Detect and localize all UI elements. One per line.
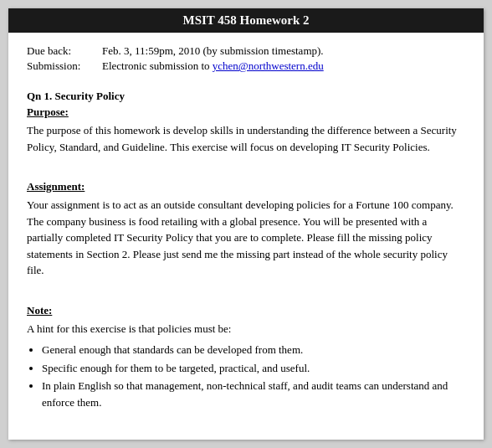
submission-value: Electronic submission to ychen@northwest… <box>102 59 465 73</box>
purpose-text: The purpose of this homework is develop … <box>27 122 465 155</box>
submission-label: Submission: <box>27 59 102 73</box>
meta-section: Due back: Feb. 3, 11:59pm, 2010 (by subm… <box>27 44 465 73</box>
assignment-text: Your assignment is to act as an outside … <box>27 197 465 279</box>
assignment-label: Assignment: <box>27 180 465 193</box>
due-back-value: Feb. 3, 11:59pm, 2010 (by submission tim… <box>102 44 465 58</box>
bullet-item-2: Specific enough for them to be targeted,… <box>42 360 465 377</box>
note-intro: A hint for this exercise is that policie… <box>27 321 465 337</box>
document-page: MSIT 458 Homework 2 Due back: Feb. 3, 11… <box>8 8 484 440</box>
bullet-item-3: In plain English so that management, non… <box>42 378 465 410</box>
note-label: Note: <box>27 304 465 317</box>
due-back-label: Due back: <box>27 44 102 58</box>
submission-text: Electronic submission to <box>102 59 213 72</box>
submission-row: Submission: Electronic submission to ych… <box>27 59 465 73</box>
purpose-section: Purpose: The purpose of this homework is… <box>27 106 465 155</box>
document-header: MSIT 458 Homework 2 <box>8 8 484 33</box>
note-bullet-list: General enough that standards can be dev… <box>42 342 465 410</box>
question-section: Qn 1. Security Policy Purpose: The purpo… <box>27 90 465 410</box>
submission-email-link[interactable]: ychen@northwestern.edu <box>213 59 324 72</box>
question-title: Qn 1. Security Policy <box>27 90 465 103</box>
document-title: MSIT 458 Homework 2 <box>183 13 310 27</box>
assignment-section: Assignment: Your assignment is to act as… <box>27 180 465 279</box>
note-section: Note: A hint for this exercise is that p… <box>27 304 465 411</box>
purpose-label: Purpose: <box>27 106 465 119</box>
bullet-item-1: General enough that standards can be dev… <box>42 342 465 358</box>
due-back-row: Due back: Feb. 3, 11:59pm, 2010 (by subm… <box>27 44 465 58</box>
document-content: Due back: Feb. 3, 11:59pm, 2010 (by subm… <box>8 33 484 430</box>
